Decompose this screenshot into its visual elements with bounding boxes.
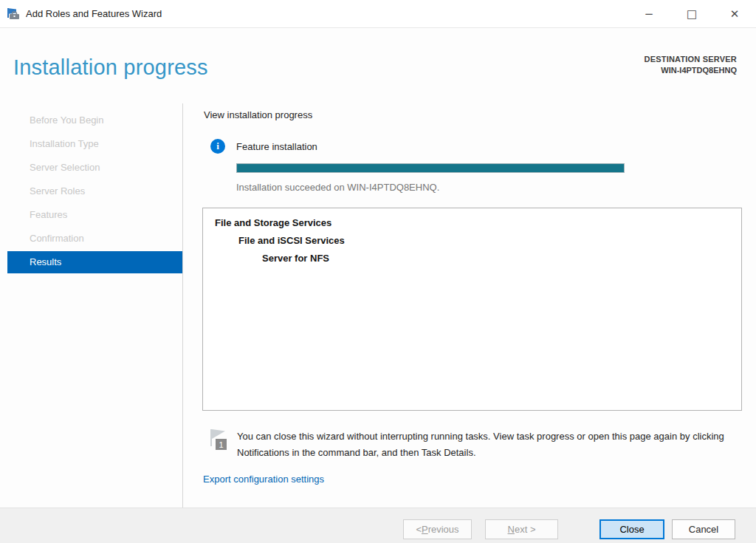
- installation-progress-bar: [236, 163, 625, 173]
- close-button[interactable]: Close: [599, 519, 664, 539]
- installation-result-message: Installation succeeded on WIN-I4PTDQ8EHN…: [236, 182, 439, 193]
- installed-features-list[interactable]: File and Storage Services File and iSCSI…: [202, 208, 742, 411]
- window-controls: − □ ✕: [628, 0, 756, 28]
- wizard-footer: < Previous Next > Close Cancel: [0, 508, 756, 543]
- sidebar-divider: [182, 103, 183, 508]
- sidebar-item-results[interactable]: Results: [7, 251, 182, 273]
- wizard-window: Add Roles and Features Wizard − □ ✕ Inst…: [0, 0, 756, 543]
- list-item[interactable]: Server for NFS: [215, 250, 734, 267]
- title-bar: Add Roles and Features Wizard − □ ✕: [0, 0, 756, 28]
- sidebar-item-server-selection: Server Selection: [0, 156, 182, 180]
- server-manager-icon: [7, 8, 20, 20]
- destination-server-block: DESTINATION SERVER WIN-I4PTDQ8EHNQ: [645, 54, 737, 76]
- close-window-button[interactable]: ✕: [713, 0, 756, 28]
- close-wizard-note-text: You can close this wizard without interr…: [237, 428, 730, 461]
- next-label-post: ext >: [515, 524, 536, 535]
- info-icon: i: [210, 139, 225, 154]
- sidebar-item-before-you-begin: Before You Begin: [0, 109, 182, 132]
- sidebar-item-server-roles: Server Roles: [0, 180, 182, 203]
- export-configuration-link[interactable]: Export configuration settings: [203, 474, 324, 485]
- list-item[interactable]: File and iSCSI Services: [215, 232, 734, 250]
- previous-label-pre: <: [416, 524, 422, 535]
- minimize-button[interactable]: −: [628, 0, 670, 28]
- close-wizard-note: 1 You can close this wizard without inte…: [208, 428, 730, 461]
- next-label-accesskey: N: [508, 524, 515, 535]
- sidebar-item-confirmation: Confirmation: [0, 227, 182, 250]
- previous-label-post: revious: [428, 524, 459, 535]
- results-page-content: View installation progress i Feature ins…: [202, 103, 744, 508]
- cancel-button[interactable]: Cancel: [672, 519, 735, 539]
- next-button[interactable]: Next >: [485, 519, 558, 539]
- progress-bar-fill: [237, 164, 624, 172]
- notification-flag-icon: 1: [208, 428, 230, 455]
- wizard-header: Installation progress DESTINATION SERVER…: [0, 29, 756, 103]
- page-title: Installation progress: [13, 55, 208, 80]
- status-title: Feature installation: [236, 141, 317, 152]
- sidebar-item-installation-type: Installation Type: [0, 132, 182, 156]
- previous-button[interactable]: < Previous: [403, 519, 472, 539]
- destination-server-name: WIN-I4PTDQ8EHNQ: [645, 65, 737, 76]
- list-item[interactable]: File and Storage Services: [215, 214, 734, 232]
- feature-installation-status: i Feature installation: [210, 139, 317, 154]
- destination-server-label: DESTINATION SERVER: [645, 54, 737, 65]
- maximize-button[interactable]: □: [670, 0, 713, 28]
- wizard-steps-sidebar: Before You Begin Installation Type Serve…: [0, 109, 182, 274]
- sidebar-item-features: Features: [0, 203, 182, 227]
- content-heading: View installation progress: [204, 109, 312, 120]
- window-title: Add Roles and Features Wizard: [26, 8, 162, 19]
- previous-label-accesskey: P: [422, 524, 428, 535]
- svg-text:1: 1: [219, 440, 223, 449]
